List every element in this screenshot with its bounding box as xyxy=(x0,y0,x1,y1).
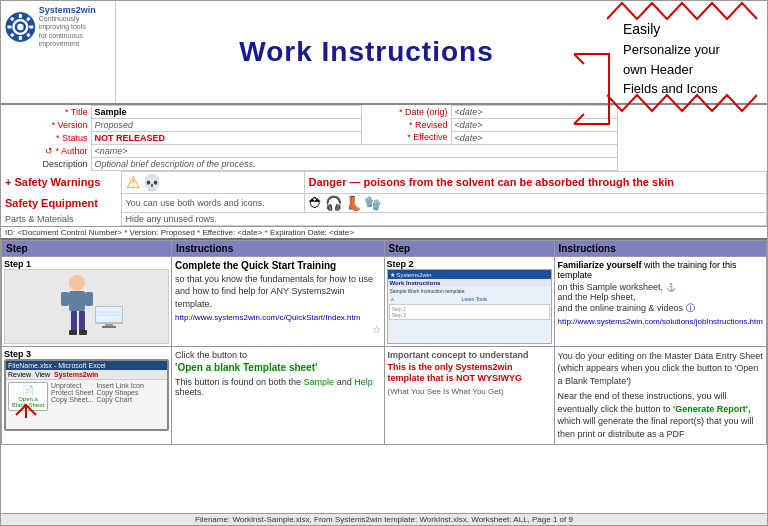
right-arrow-icon xyxy=(569,49,619,129)
red-arrow-icon xyxy=(11,403,41,418)
svg-rect-23 xyxy=(102,326,116,328)
revised-label: * Revised xyxy=(361,118,451,131)
danger-text: Danger — poisons from the solvent can be… xyxy=(309,176,675,188)
content-table: Step Instructions Step Instructions Step… xyxy=(1,240,767,445)
near-end-text: Near the end of these instructions, you … xyxy=(558,390,764,440)
instructions-col-header-1: Instructions xyxy=(172,240,385,256)
svg-rect-13 xyxy=(69,291,85,311)
step3-open-blank-label: 'Open a blank Template sheet' xyxy=(175,362,381,373)
title-label: * Title xyxy=(1,105,91,118)
main-title: Work Instructions xyxy=(239,36,494,68)
step2-label: Step 2 xyxy=(387,259,552,269)
step-col-header-1: Step xyxy=(2,240,172,256)
boot-icon: 👢 xyxy=(345,195,362,211)
parts-value-cell: Hide any unused rows. xyxy=(121,212,767,225)
svg-rect-15 xyxy=(85,292,93,306)
personalize-area: Easily Personalize your own Header Field… xyxy=(617,1,767,103)
anchor-1-icon: ⚓ xyxy=(666,283,676,292)
svg-rect-14 xyxy=(61,292,69,306)
effective-label: * Effective xyxy=(361,131,451,144)
step2-cell: Step 2 ★ Systems2win Work Instructions S… xyxy=(384,256,554,346)
step2-sample-ref: on this Sample worksheet, ⚓ xyxy=(558,282,764,292)
step1-star-icon: ☆ xyxy=(175,324,381,335)
version-value: Proposed xyxy=(91,118,361,131)
safety-equipment-cell: Safety Equipment xyxy=(1,193,121,212)
step1-link[interactable]: http://www.systems2win.com/c/QuickStart/… xyxy=(175,313,381,322)
instructions-col-header-2: Instructions xyxy=(554,240,767,256)
version-label: * Version xyxy=(1,118,91,131)
step2-help-ref: and the Help sheet, xyxy=(558,292,764,302)
svg-point-12 xyxy=(69,275,85,291)
author-label: ↺ * Author xyxy=(1,144,91,157)
wysiwyg-explanation: (What You See Is What You Get) xyxy=(388,387,551,396)
zigzag-bottom-icon xyxy=(607,93,767,113)
page-wrapper: Systems2win Continuously improving tools… xyxy=(0,0,768,526)
worker-svg xyxy=(47,271,127,341)
skull-icon: 💀 xyxy=(142,174,162,191)
step1-cell: Step 1 xyxy=(2,256,172,346)
step2-familiarize: Familiarize yourself with the training f… xyxy=(558,260,764,280)
safety-warnings-label: + Safety Warnings xyxy=(5,176,100,188)
author-value: <name> xyxy=(91,144,617,157)
safety-table: + Safety Warnings ⚠ 💀 Danger — poisons f… xyxy=(1,171,767,226)
step3-label: Step 3 xyxy=(4,349,169,359)
svg-rect-24 xyxy=(98,309,120,320)
step2-screenshot: ★ Systems2win Work Instructions Sample W… xyxy=(387,269,552,344)
form-table: * Title Sample * Date (orig) <date> * Ve… xyxy=(1,105,767,171)
status-label: * Status xyxy=(1,131,91,144)
svg-rect-6 xyxy=(7,25,11,28)
danger-text-cell: Danger — poisons from the solvent can be… xyxy=(304,171,766,193)
svg-point-3 xyxy=(17,24,23,30)
step1-title: Complete the Quick Start Training xyxy=(175,260,381,271)
master-data-text: You do your editing on the Master Data E… xyxy=(558,350,764,388)
step2-link[interactable]: http://www.systems2win.com/solutions/job… xyxy=(558,317,764,326)
generate-report-label: 'Generate Report', xyxy=(673,404,750,414)
wysiwyg-main-text: This is the only Systems2win template th… xyxy=(388,362,551,385)
logo-area: Systems2win Continuously improving tools… xyxy=(1,1,116,103)
glove-icon: 🧤 xyxy=(364,195,381,211)
step3-cell: Step 3 FileName.xlsx - Microsoft Excel R… xyxy=(2,346,172,444)
parts-label-cell: Parts & Materials xyxy=(1,212,121,225)
important-concept-label: Important concept to understand xyxy=(388,350,551,360)
safety-warnings-cell: + Safety Warnings xyxy=(1,171,121,193)
step1-label: Step 1 xyxy=(4,259,169,269)
safety-equipment-icons-cell: ⛑ 🎧 👢 🧤 xyxy=(304,193,766,212)
svg-rect-18 xyxy=(69,330,77,335)
description-label: Description xyxy=(1,157,91,170)
step3-instructions-cell: Click the button to 'Open a blank Templa… xyxy=(172,346,385,444)
logo-icon xyxy=(5,8,36,46)
filename-bar: Filename: WorkInst-Sample.xlsx, From Sys… xyxy=(1,513,767,525)
title-value: Sample xyxy=(91,105,361,118)
step2-video-ref: and the online training & videos ⓘ xyxy=(558,302,764,315)
title-area: Work Instructions xyxy=(116,1,617,103)
step4-right-cell: You do your editing on the Master Data E… xyxy=(554,346,767,444)
step3-excel-mock: FileName.xlsx - Microsoft Excel ReviewVi… xyxy=(4,359,169,431)
step4-left-cell: Important concept to understand This is … xyxy=(384,346,554,444)
zigzag-top-icon xyxy=(607,1,767,21)
svg-rect-5 xyxy=(19,36,22,40)
step3-click-instruction: Click the button to xyxy=(175,350,381,360)
step1-text: so that you know the fundamentals for ho… xyxy=(175,273,381,311)
logo-tagline: Continuously improving tools for continu… xyxy=(39,15,111,49)
svg-rect-4 xyxy=(19,14,22,18)
svg-rect-16 xyxy=(71,311,77,331)
safety-icons-cell: ⚠ 💀 xyxy=(121,171,304,193)
both-words-cell: You can use both words and icons. xyxy=(121,193,304,212)
safety-equipment-label: Safety Equipment xyxy=(5,197,98,209)
description-value: Optional brief description of the proces… xyxy=(91,157,617,170)
svg-rect-17 xyxy=(79,311,85,331)
step1-instructions-cell: Complete the Quick Start Training so tha… xyxy=(172,256,385,346)
svg-rect-7 xyxy=(29,25,33,28)
step-col-header-2: Step xyxy=(384,240,554,256)
step3-found-on: This button is found on both the Sample … xyxy=(175,377,381,397)
logo-name: Systems2win xyxy=(39,5,111,15)
id-bar: ID: <Document Control Number> * Version:… xyxy=(1,226,767,240)
status-value: NOT RELEASED xyxy=(91,131,361,144)
svg-rect-19 xyxy=(79,330,87,335)
step2-instructions-cell: Familiarize yourself with the training f… xyxy=(554,256,767,346)
headphones-icon: 🎧 xyxy=(325,195,342,211)
step1-worker-image xyxy=(4,269,169,344)
effective-value: <date> xyxy=(451,131,617,144)
date-label: * Date (orig) xyxy=(361,105,451,118)
info-icon: ⓘ xyxy=(686,303,695,313)
